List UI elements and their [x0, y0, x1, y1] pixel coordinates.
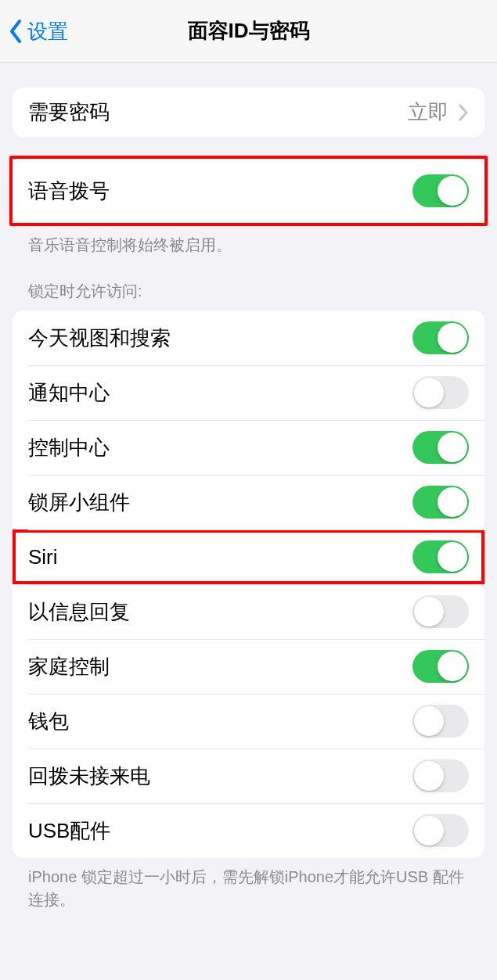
- passcode-required-row[interactable]: 需要密码 立即: [13, 88, 484, 137]
- notification-center-toggle[interactable]: [412, 376, 469, 409]
- highlight-voice-dial: 语音拨号: [9, 156, 488, 226]
- voice-dial-toggle[interactable]: [412, 174, 469, 207]
- voice-dial-group: 语音拨号: [13, 159, 484, 223]
- reply-message-toggle[interactable]: [412, 595, 469, 628]
- control-center-row: 控制中心: [13, 420, 484, 475]
- usb-accessories-row: USB配件: [13, 803, 484, 858]
- usb-accessories-toggle[interactable]: [412, 814, 469, 847]
- return-missed-toggle[interactable]: [412, 759, 469, 792]
- nav-bar: 设置 面容ID与密码: [0, 0, 497, 63]
- row-label: 语音拨号: [28, 178, 412, 205]
- return-missed-row: 回拨未接来电: [13, 748, 484, 803]
- row-value: 立即: [408, 99, 448, 126]
- today-view-toggle[interactable]: [412, 321, 469, 354]
- chevron-right-icon: [458, 103, 469, 122]
- siri-row: Siri: [13, 529, 484, 584]
- passcode-requirement-group: 需要密码 立即: [13, 88, 484, 137]
- lock-widgets-toggle[interactable]: [412, 486, 469, 519]
- control-center-toggle[interactable]: [412, 431, 469, 464]
- row-label: 钱包: [28, 708, 412, 735]
- row-label: 控制中心: [28, 434, 412, 461]
- lock-widgets-row: 锁屏小组件: [13, 475, 484, 529]
- row-label: USB配件: [28, 817, 412, 845]
- lock-access-group: 今天视图和搜索 通知中心 控制中心 锁屏小组件 Siri 以信息回复 家庭控制: [13, 311, 484, 858]
- usb-footer: iPhone 锁定超过一小时后，需先解锁iPhone才能允许USB 配件连接。: [0, 858, 497, 911]
- row-label: 今天视图和搜索: [28, 325, 412, 352]
- wallet-row: 钱包: [13, 694, 484, 748]
- voice-dial-footer: 音乐语音控制将始终被启用。: [0, 226, 497, 257]
- voice-dial-row: 语音拨号: [13, 159, 484, 223]
- home-control-row: 家庭控制: [13, 639, 484, 694]
- back-label: 设置: [27, 18, 68, 45]
- back-button[interactable]: 设置: [0, 0, 68, 63]
- row-label: 锁屏小组件: [28, 489, 412, 516]
- siri-toggle[interactable]: [412, 540, 469, 573]
- row-label: 家庭控制: [28, 653, 412, 680]
- reply-message-row: 以信息回复: [13, 584, 484, 639]
- home-control-toggle[interactable]: [412, 650, 469, 683]
- lock-access-header: 锁定时允许访问:: [0, 257, 497, 311]
- notification-center-row: 通知中心: [13, 365, 484, 420]
- page-title: 面容ID与密码: [188, 17, 310, 45]
- row-label: Siri: [28, 545, 412, 569]
- today-view-row: 今天视图和搜索: [13, 311, 484, 365]
- row-label: 回拨未接来电: [28, 763, 412, 790]
- row-label: 以信息回复: [28, 598, 412, 626]
- wallet-toggle[interactable]: [412, 705, 469, 738]
- row-label: 通知中心: [28, 379, 412, 407]
- row-label: 需要密码: [28, 99, 408, 126]
- chevron-left-icon: [8, 17, 23, 45]
